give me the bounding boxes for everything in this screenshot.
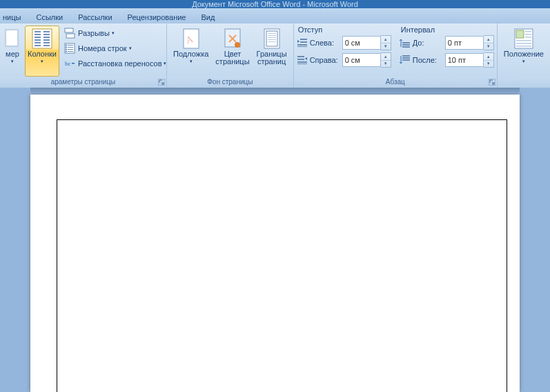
- indent-left-input[interactable]: [342, 36, 381, 50]
- svg-rect-45: [297, 59, 304, 60]
- columns-button[interactable]: Колонки ▾: [25, 26, 59, 77]
- spacing-after-input[interactable]: [445, 53, 484, 67]
- svg-rect-35: [268, 33, 276, 34]
- chevron-down-icon: ▾: [112, 30, 115, 36]
- svg-rect-53: [402, 59, 410, 61]
- svg-point-25: [66, 51, 67, 52]
- svg-rect-61: [516, 43, 531, 44]
- indent-heading: Отступ: [297, 24, 391, 35]
- svg-point-22: [66, 45, 67, 46]
- document-page[interactable]: [30, 95, 520, 392]
- indent-left-icon: [297, 37, 308, 48]
- svg-rect-57: [525, 31, 531, 32]
- indent-right-icon: [297, 55, 308, 66]
- line-numbers-icon: [64, 43, 75, 54]
- hyphenation-button[interactable]: bc Расстановка переносов ▾: [62, 56, 168, 71]
- svg-rect-47: [297, 63, 307, 64]
- tab-mailings[interactable]: Рассылки: [70, 11, 119, 23]
- group-arrange-label: [498, 77, 550, 88]
- svg-rect-40: [300, 39, 307, 40]
- group-paragraph-label: Абзац: [294, 77, 497, 88]
- breaks-button[interactable]: Разрывы ▾: [62, 26, 168, 41]
- spacing-after-label: После:: [400, 52, 445, 68]
- spacing-heading: Интервал: [400, 24, 494, 35]
- group-page-bg-text: Фон страницы: [207, 78, 253, 86]
- svg-rect-56: [516, 30, 524, 38]
- chevron-down-icon: ▾: [41, 59, 43, 64]
- svg-rect-15: [65, 28, 73, 32]
- group-page-setup-text: араметры страницы: [51, 78, 116, 86]
- watermark-label: Подложка: [173, 50, 208, 58]
- spin-up-icon[interactable]: ▲: [484, 36, 493, 43]
- page-margin-box: [57, 119, 507, 392]
- svg-rect-49: [402, 44, 410, 46]
- svg-rect-13: [43, 42, 50, 43]
- svg-rect-5: [35, 37, 41, 38]
- spacing-before-input[interactable]: [445, 36, 484, 50]
- size-button[interactable]: мер ▾: [3, 26, 25, 77]
- watermark-button[interactable]: A Подложка ▾: [170, 26, 212, 77]
- group-arrange: Положение ▾: [498, 23, 550, 88]
- svg-point-23: [66, 47, 67, 48]
- line-numbers-button[interactable]: Номера строк ▾: [62, 41, 168, 56]
- breaks-label: Разрывы: [78, 29, 110, 37]
- svg-rect-0: [6, 30, 18, 46]
- size-icon: [1, 28, 23, 50]
- spin-down-icon[interactable]: ▼: [484, 61, 493, 68]
- tab-references[interactable]: Ссылки: [28, 11, 70, 23]
- spinner-buttons[interactable]: ▲▼: [381, 52, 391, 68]
- indent-right-input[interactable]: [342, 53, 381, 67]
- position-button[interactable]: Положение ▾: [500, 26, 547, 77]
- spacing-after-spinner[interactable]: ▲▼: [445, 53, 494, 67]
- hyphenation-icon: bc: [64, 58, 75, 69]
- columns-icon: [31, 28, 53, 50]
- spin-up-icon[interactable]: ▲: [381, 53, 391, 61]
- position-icon: [513, 28, 535, 50]
- chevron-down-icon: ▾: [190, 59, 193, 64]
- page-color-button[interactable]: Цвет страницы: [212, 26, 253, 77]
- spacing-before-spinner[interactable]: ▲▼: [445, 36, 494, 50]
- line-numbers-label: Номера строк: [78, 44, 127, 52]
- hyphenation-label: Расстановка переносов: [78, 59, 161, 68]
- svg-rect-37: [268, 37, 276, 38]
- svg-rect-58: [525, 34, 531, 35]
- svg-rect-20: [68, 49, 73, 50]
- page-borders-button[interactable]: Границы страниц: [253, 26, 291, 77]
- columns-label: Колонки: [28, 50, 57, 58]
- dialog-launcher-icon[interactable]: [489, 79, 495, 86]
- svg-rect-46: [297, 61, 307, 63]
- spinner-buttons[interactable]: ▲▼: [484, 35, 494, 50]
- page-borders-label: Границы страниц: [257, 50, 287, 66]
- dialog-launcher-icon[interactable]: [158, 79, 165, 86]
- group-page-background: A Подложка ▾ Цвет страницы Границы стран…: [167, 23, 294, 88]
- svg-rect-44: [297, 56, 304, 57]
- svg-rect-42: [297, 44, 307, 46]
- svg-rect-62: [516, 46, 531, 47]
- svg-rect-39: [268, 41, 276, 42]
- svg-text:bc: bc: [65, 60, 71, 67]
- svg-rect-12: [43, 39, 50, 41]
- svg-rect-48: [402, 42, 410, 43]
- tab-review[interactable]: Рецензирование: [120, 11, 194, 23]
- indent-left-spinner[interactable]: ▲▼: [342, 36, 391, 50]
- indent-right-spinner[interactable]: ▲▼: [342, 53, 391, 67]
- svg-rect-43: [297, 46, 307, 47]
- svg-rect-19: [68, 47, 73, 48]
- svg-point-32: [235, 42, 240, 48]
- tab-view[interactable]: Вид: [194, 11, 223, 23]
- position-label: Положение: [504, 50, 544, 58]
- spinner-buttons[interactable]: ▲▼: [484, 52, 494, 68]
- svg-rect-7: [35, 42, 41, 43]
- chevron-down-icon: ▾: [522, 59, 525, 64]
- spinner-buttons[interactable]: ▲▼: [381, 35, 391, 50]
- spin-up-icon[interactable]: ▲: [484, 53, 493, 61]
- spin-up-icon[interactable]: ▲: [381, 36, 391, 43]
- spin-down-icon[interactable]: ▼: [381, 43, 391, 50]
- spin-down-icon[interactable]: ▼: [484, 43, 493, 50]
- svg-rect-10: [43, 34, 50, 35]
- spin-down-icon[interactable]: ▼: [381, 61, 391, 68]
- tab-page-layout-partial[interactable]: ницы: [0, 11, 28, 23]
- chevron-down-icon: ▾: [129, 46, 132, 51]
- ribbon: мер ▾ Колонки ▾ Р: [0, 23, 550, 88]
- app-window: Документ Microsoft Office Word - Microso…: [0, 0, 550, 392]
